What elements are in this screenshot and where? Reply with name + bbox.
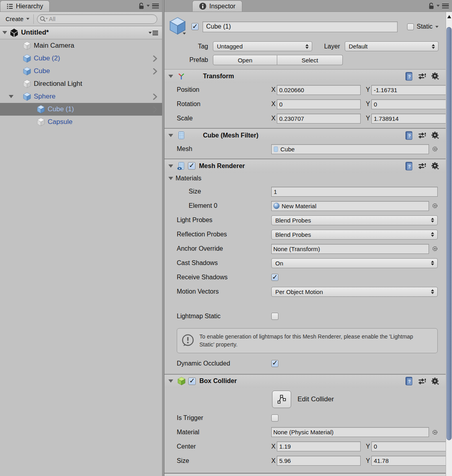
help-icon[interactable] xyxy=(405,376,413,386)
center-y-field[interactable] xyxy=(371,441,446,451)
scene-row[interactable]: Untitled* xyxy=(0,26,162,39)
pane-menu-icon[interactable] xyxy=(152,4,159,8)
mesh-renderer-enabled-checkbox[interactable] xyxy=(188,162,195,170)
materials-foldout-icon xyxy=(168,177,173,180)
tree-item-cube-1-selected[interactable]: Cube (1) xyxy=(0,103,162,116)
mesh-renderer-foldout-icon[interactable] xyxy=(168,164,173,168)
motion-vectors-dropdown[interactable]: Per Object Motion xyxy=(271,287,438,297)
is-trigger-checkbox[interactable] xyxy=(271,414,278,422)
rotation-row: Rotation X Y Z xyxy=(164,97,446,111)
prefab-chevron-icon[interactable] xyxy=(153,55,157,62)
rotation-x-field[interactable] xyxy=(277,99,361,109)
object-picker-icon[interactable] xyxy=(432,146,438,152)
box-collider-foldout-icon[interactable] xyxy=(168,379,173,383)
toolbar-separator xyxy=(33,14,34,24)
help-icon[interactable] xyxy=(405,72,413,81)
gear-icon[interactable] xyxy=(431,132,439,139)
scroll-up-icon[interactable] xyxy=(447,15,451,18)
tree-item-main-camera[interactable]: Main Camera xyxy=(0,39,162,52)
center-label: Center xyxy=(177,443,271,450)
lock-icon[interactable] xyxy=(428,2,434,9)
reflection-probes-dropdown[interactable]: Blend Probes xyxy=(271,230,438,240)
presets-icon[interactable] xyxy=(418,73,426,79)
object-picker-icon[interactable] xyxy=(432,203,438,209)
layer-dropdown[interactable]: Default xyxy=(345,41,438,51)
hierarchy-tabbar: Hierarchy xyxy=(0,0,162,12)
presets-icon[interactable] xyxy=(418,132,426,139)
position-y-field[interactable] xyxy=(371,85,446,95)
box-collider-title: Box Collider xyxy=(199,377,237,385)
materials-foldout[interactable]: Materials xyxy=(164,172,446,184)
pane-menu-icon[interactable] xyxy=(442,4,449,8)
object-picker-icon[interactable] xyxy=(432,430,438,435)
lock-icon[interactable] xyxy=(138,2,144,9)
inspector-scrollbar[interactable] xyxy=(446,12,452,476)
gear-icon[interactable] xyxy=(431,162,439,170)
create-button-label: Create xyxy=(6,15,23,22)
tree-item-directional-light[interactable]: Directional Light xyxy=(0,77,162,90)
tree-item-cube[interactable]: Cube xyxy=(0,65,162,77)
mesh-filter-foldout-icon[interactable] xyxy=(168,134,173,137)
materials-size-field[interactable] xyxy=(271,187,438,197)
element0-object-field[interactable]: New Material xyxy=(271,201,429,211)
static-checkbox[interactable] xyxy=(407,23,414,30)
reflection-probes-value: Blend Probes xyxy=(275,231,311,238)
tab-inspector[interactable]: Inspector xyxy=(192,0,242,12)
gear-icon[interactable] xyxy=(431,72,439,80)
lightmap-static-checkbox[interactable] xyxy=(271,313,278,320)
dropdown-stepper-icon xyxy=(431,289,434,294)
mesh-filter-icon xyxy=(178,131,185,139)
box-collider-enabled-checkbox[interactable] xyxy=(188,377,196,385)
help-icon[interactable] xyxy=(405,131,413,140)
edit-collider-button[interactable] xyxy=(272,391,291,408)
static-label: Static xyxy=(417,23,433,30)
help-icon[interactable] xyxy=(405,161,413,171)
anchor-override-field[interactable]: None (Transform) xyxy=(271,244,429,254)
icon-picker-caret[interactable] xyxy=(183,33,186,35)
physic-material-field[interactable]: None (Physic Material) xyxy=(271,427,429,437)
object-picker-icon[interactable] xyxy=(432,246,438,252)
scene-foldout-icon[interactable] xyxy=(2,31,7,34)
dynamic-occluded-checkbox[interactable] xyxy=(271,360,278,367)
expand-foldout-icon[interactable] xyxy=(9,95,14,98)
tag-dropdown[interactable]: Untagged xyxy=(213,41,312,51)
scrollbar-thumb[interactable] xyxy=(446,27,452,440)
scene-menu-icon[interactable] xyxy=(149,30,158,35)
prefab-chevron-icon[interactable] xyxy=(153,68,157,75)
prefab-label: Prefab xyxy=(169,56,213,64)
rotation-y-field[interactable] xyxy=(371,99,446,109)
gameobject-name-field[interactable] xyxy=(203,21,398,32)
static-dropdown-icon[interactable] xyxy=(435,26,438,28)
prefab-chevron-icon[interactable] xyxy=(153,106,157,113)
scale-x-field[interactable] xyxy=(277,114,361,124)
tab-hierarchy[interactable]: Hierarchy xyxy=(0,0,50,12)
collider-size-x-field[interactable] xyxy=(277,456,361,466)
gear-icon[interactable] xyxy=(431,377,439,385)
active-checkbox[interactable] xyxy=(191,23,199,30)
pane-dropdown-icon[interactable] xyxy=(147,5,150,7)
anchor-override-row: Anchor Override None (Transform) xyxy=(164,242,446,256)
prefab-cube-icon xyxy=(23,54,31,63)
prefab-open-button[interactable]: Open xyxy=(213,55,277,65)
collider-size-y-field[interactable] xyxy=(371,456,446,466)
pane-dropdown-icon[interactable] xyxy=(437,5,440,7)
tree-item-cube-2[interactable]: Cube (2) xyxy=(0,52,162,65)
position-x-field[interactable] xyxy=(277,85,361,95)
hierarchy-panel: Hierarchy Create All Untitled* xyxy=(0,0,162,476)
tree-item-capsule[interactable]: Capsule xyxy=(0,116,162,128)
presets-icon[interactable] xyxy=(418,163,426,169)
scale-y-field[interactable] xyxy=(371,114,446,124)
mesh-object-field[interactable]: Cube xyxy=(271,144,429,154)
tree-item-sphere[interactable]: Sphere xyxy=(0,90,162,103)
search-placeholder: All xyxy=(49,15,56,22)
prefab-chevron-icon[interactable] xyxy=(153,93,157,100)
cast-shadows-dropdown[interactable]: On xyxy=(271,258,438,268)
presets-icon[interactable] xyxy=(418,378,426,385)
create-button[interactable]: Create xyxy=(3,12,33,26)
transform-foldout-icon[interactable] xyxy=(168,75,173,78)
center-x-field[interactable] xyxy=(277,441,361,451)
prefab-select-button[interactable]: Select xyxy=(277,55,343,65)
light-probes-dropdown[interactable]: Blend Probes xyxy=(271,215,438,225)
receive-shadows-checkbox[interactable] xyxy=(271,274,278,281)
search-input[interactable]: All xyxy=(37,14,157,24)
